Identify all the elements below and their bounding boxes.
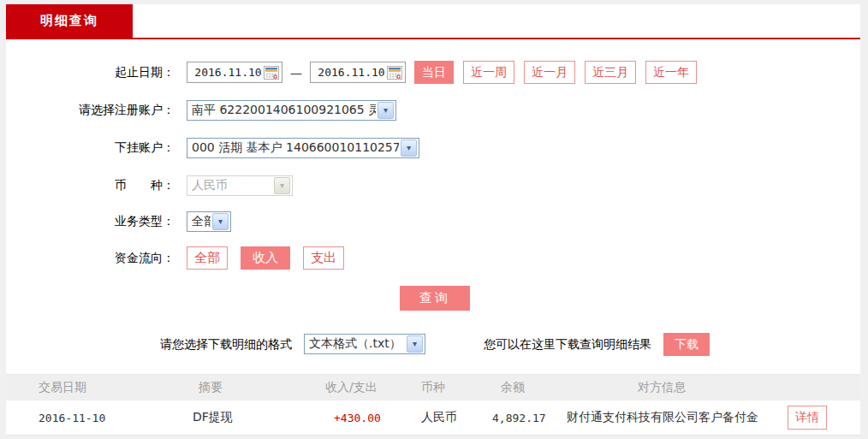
download-hint-label: 您可以在这里下载查询明细结果 [484, 337, 651, 353]
currency-value: 人民币 [187, 178, 272, 193]
tab-divider [6, 38, 860, 39]
content-panel: 明细查询 起止日期： 2016.11.10 [6, 4, 860, 436]
fund-flow-row: 资金流向： 全部 收入 支出 [6, 246, 860, 270]
chevron-down-icon: ▾ [212, 213, 229, 230]
register-account-select[interactable]: 南平 6222001406100921065 灵通卡 ▾ [187, 100, 396, 121]
business-type-label: 业务类型： [6, 214, 175, 229]
currency-select: 人民币 ▾ [187, 175, 293, 196]
cell-currency: 人民币 [421, 410, 457, 425]
cell-amount: +430.00 [334, 412, 381, 424]
cell-counterparty: 财付通支付科技有限公司客户备付金 [567, 410, 758, 425]
table-header-amount: 收入/支出 [325, 380, 378, 395]
cell-transaction-date: 2016-11-10 [39, 412, 105, 424]
fund-flow-income-button[interactable]: 收入 [241, 246, 290, 270]
chevron-down-icon: ▾ [274, 177, 290, 194]
table-header: 交易日期 摘要 收入/支出 币种 余额 对方信息 [6, 374, 860, 400]
business-type-select[interactable]: 全部 ▾ [187, 211, 231, 232]
sub-account-row: 下挂账户： 000 活期 基本户 1406600101102571848 ▾ [6, 136, 860, 159]
quick-range-quarter-button[interactable]: 近三月 [585, 61, 636, 84]
tab-detail-query[interactable]: 明细查询 [6, 4, 133, 38]
register-account-value: 南平 6222001406100921065 灵通卡 [187, 103, 376, 118]
date-separator: — [290, 66, 302, 80]
business-type-value: 全部 [187, 214, 211, 229]
cell-summary: DF提现 [193, 410, 233, 425]
download-button[interactable]: 下载 [663, 333, 710, 356]
chevron-down-icon: ▾ [401, 139, 417, 157]
register-account-label: 请选择注册账户： [6, 103, 175, 118]
table-header-currency: 币种 [421, 380, 445, 395]
download-format-label: 请您选择下载明细的格式 [160, 337, 292, 353]
chevron-down-icon: ▾ [378, 102, 394, 119]
date-range-row: 起止日期： 2016.11.10 [6, 61, 860, 84]
download-format-value: 文本格式（.txt） [305, 336, 405, 352]
business-type-row: 业务类型： 全部 ▾ [6, 210, 860, 233]
sub-account-value: 000 活期 基本户 1406600101102571848 [187, 140, 399, 156]
sub-account-label: 下挂账户： [6, 140, 175, 156]
download-row: 请您选择下载明细的格式 文本格式（.txt） ▾ 您可以在这里下载查询明细结果 … [6, 333, 860, 356]
fund-flow-all-button[interactable]: 全部 [187, 246, 228, 270]
currency-label: 币 种： [6, 178, 175, 193]
download-format-select[interactable]: 文本格式（.txt） ▾ [304, 334, 425, 354]
end-date-input[interactable]: 2016.11.10 [310, 62, 406, 83]
calendar-icon[interactable] [264, 66, 279, 80]
table-header-balance: 余额 [501, 380, 525, 395]
date-range-label: 起止日期： [6, 65, 175, 80]
sub-account-select[interactable]: 000 活期 基本户 1406600101102571848 ▾ [187, 138, 419, 158]
detail-query-page: 明细查询 起止日期： 2016.11.10 [0, 0, 868, 439]
quick-range-week-button[interactable]: 近一周 [463, 61, 514, 84]
fund-flow-label: 资金流向： [6, 251, 175, 266]
start-date-value: 2016.11.10 [193, 66, 264, 79]
chevron-down-icon: ▾ [407, 335, 423, 353]
table-header-summary: 摘要 [199, 380, 223, 395]
quick-range-year-button[interactable]: 近一年 [645, 61, 697, 84]
table-row: 2016-11-10 DF提现 +430.00 人民币 4,892.17 财付通… [6, 400, 860, 436]
fund-flow-expense-button[interactable]: 支出 [303, 246, 344, 270]
table-header-date: 交易日期 [39, 380, 86, 395]
detail-button[interactable]: 详情 [788, 406, 827, 430]
currency-row: 币 种： 人民币 ▾ [6, 174, 860, 197]
start-date-input[interactable]: 2016.11.10 [187, 62, 282, 83]
query-button[interactable]: 查询 [400, 286, 470, 311]
table-header-counterparty: 对方信息 [638, 380, 686, 395]
quick-range-today-button[interactable]: 当日 [414, 61, 454, 84]
cell-balance: 4,892.17 [492, 412, 546, 424]
register-account-row: 请选择注册账户： 南平 6222001406100921065 灵通卡 ▾ [6, 98, 860, 122]
end-date-value: 2016.11.10 [316, 66, 387, 79]
calendar-icon[interactable] [387, 66, 402, 80]
quick-range-month-button[interactable]: 近一月 [524, 61, 575, 84]
